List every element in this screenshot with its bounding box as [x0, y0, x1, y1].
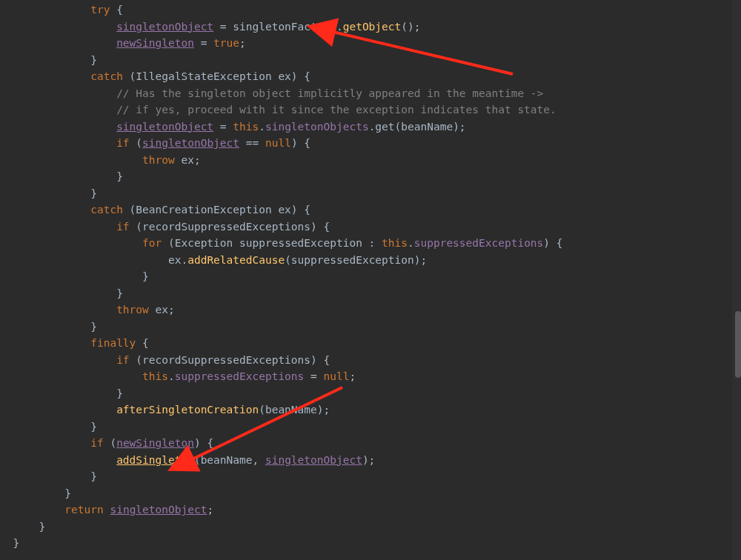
- code-line[interactable]: for (Exception suppressedException : thi…: [0, 235, 741, 252]
- code-token: (beanName,: [194, 454, 265, 466]
- code-token: return: [64, 504, 103, 516]
- code-token: .get(beanName);: [369, 121, 466, 133]
- code-line[interactable]: }: [0, 385, 741, 402]
- code-token: catch: [90, 204, 123, 216]
- code-token: ) {: [291, 137, 310, 149]
- code-token: ) {: [543, 237, 562, 249]
- code-token: newSingleton: [116, 37, 194, 49]
- code-token: .: [259, 121, 265, 133]
- code-line[interactable]: throw ex;: [0, 301, 741, 319]
- code-token: this: [142, 370, 168, 382]
- code-token: }: [90, 421, 97, 433]
- code-token: ;: [349, 370, 356, 382]
- code-line[interactable]: }: [0, 519, 741, 536]
- code-line[interactable]: }: [0, 185, 741, 202]
- code-token: singletonObject: [116, 121, 213, 133]
- scroll-thumb[interactable]: [735, 311, 741, 378]
- code-line[interactable]: if (recordSuppressedExceptions) {: [0, 219, 741, 236]
- code-token: this: [233, 121, 259, 133]
- code-line[interactable]: singletonObject = this.singletonObjects.…: [0, 119, 741, 136]
- code-line[interactable]: }: [0, 168, 741, 185]
- code-token: null: [324, 370, 350, 382]
- code-token: singletonObject: [116, 21, 213, 33]
- code-line[interactable]: this.suppressedExceptions = null;: [0, 368, 741, 385]
- code-token: (recordSuppressedExceptions) {: [130, 221, 330, 233]
- code-line[interactable]: singletonObject = singletonFactory.getOb…: [0, 19, 741, 36]
- code-line[interactable]: // Has the singleton object implicitly a…: [0, 85, 741, 102]
- code-token: }: [90, 54, 97, 66]
- code-token: singletonObjects: [265, 121, 369, 133]
- code-token: if: [116, 354, 129, 366]
- code-token: try: [90, 4, 110, 16]
- code-token: addSingleton: [116, 454, 194, 466]
- code-line[interactable]: newSingleton = true;: [0, 35, 741, 52]
- code-token: if: [90, 437, 103, 449]
- code-token: catch: [90, 70, 123, 82]
- code-line[interactable]: }: [0, 52, 741, 69]
- code-token: }: [116, 387, 123, 399]
- code-line[interactable]: }: [0, 485, 741, 502]
- code-line[interactable]: }: [0, 285, 741, 302]
- code-line[interactable]: return singletonObject;: [0, 501, 741, 519]
- code-token: addRelatedCause: [187, 254, 285, 266]
- code-line[interactable]: finally {: [0, 335, 741, 352]
- code-line[interactable]: }: [0, 535, 741, 552]
- code-token: throw: [116, 304, 149, 316]
- code-line[interactable]: }: [0, 468, 741, 485]
- code-token: getObject: [343, 21, 402, 33]
- code-token: ==: [239, 137, 265, 149]
- code-editor-viewport[interactable]: try { singletonObject = singletonFactory…: [0, 0, 741, 560]
- code-token: (Exception suppressedException :: [162, 237, 382, 249]
- code-token: afterSingletonCreation: [116, 404, 259, 416]
- code-token: (suppressedException);: [285, 254, 427, 266]
- code-token: ) {: [194, 437, 213, 449]
- code-line[interactable]: if (newSingleton) {: [0, 435, 741, 452]
- code-token: ex.: [168, 254, 187, 266]
- code-line[interactable]: try {: [0, 1, 741, 19]
- code-token: }: [116, 287, 123, 299]
- code-token: (: [130, 137, 142, 149]
- code-token: suppressedExceptions: [414, 237, 544, 249]
- code-line[interactable]: addSingleton(beanName, singletonObject);: [0, 452, 741, 469]
- code-token: ;: [239, 37, 246, 49]
- code-token: ();: [401, 21, 420, 33]
- code-token: (BeanCreationException ex) {: [123, 204, 310, 216]
- code-line[interactable]: catch (IllegalStateException ex) {: [0, 68, 741, 85]
- code-line[interactable]: if (singletonObject == null) {: [0, 135, 741, 152]
- code-token: throw: [142, 154, 175, 166]
- code-token: }: [90, 187, 97, 199]
- code-token: (recordSuppressedExceptions) {: [130, 354, 330, 366]
- vertical-scrollbar[interactable]: [732, 0, 741, 560]
- code-token: }: [13, 537, 19, 549]
- code-token: ;: [207, 504, 213, 516]
- code-token: singletonObject: [142, 137, 239, 149]
- code-line[interactable]: }: [0, 319, 741, 336]
- code-token: }: [90, 470, 97, 482]
- code-line[interactable]: afterSingletonCreation(beanName);: [0, 401, 741, 419]
- code-token: newSingleton: [116, 437, 194, 449]
- code-token: if: [116, 137, 129, 149]
- code-token: null: [265, 137, 291, 149]
- code-token: .: [168, 370, 175, 382]
- code-token: singletonObject: [265, 454, 362, 466]
- code-line[interactable]: catch (BeanCreationException ex) {: [0, 201, 741, 219]
- code-line[interactable]: if (recordSuppressedExceptions) {: [0, 352, 741, 369]
- code-line[interactable]: }: [0, 268, 741, 285]
- code-token: }: [64, 487, 71, 499]
- code-token: (beanName);: [259, 404, 330, 416]
- code-line[interactable]: // if yes, proceed with it since the exc…: [0, 101, 741, 119]
- code-line[interactable]: }: [0, 419, 741, 436]
- code-token: = singletonFactory.: [213, 21, 343, 33]
- code-token: for: [142, 237, 162, 249]
- code-token: }: [116, 170, 123, 182]
- code-token: );: [362, 454, 375, 466]
- code-line[interactable]: ex.addRelatedCause(suppressedException);: [0, 252, 741, 269]
- code-token: // if yes, proceed with it since the exc…: [116, 104, 556, 116]
- code-token: // Has the singleton object implicitly a…: [116, 87, 543, 99]
- code-token: {: [136, 337, 148, 349]
- code-token: this: [382, 237, 408, 249]
- code-token: true: [213, 37, 239, 49]
- code-token: ex;: [149, 304, 175, 316]
- code-line[interactable]: throw ex;: [0, 152, 741, 169]
- code-token: suppressedExceptions: [175, 370, 305, 382]
